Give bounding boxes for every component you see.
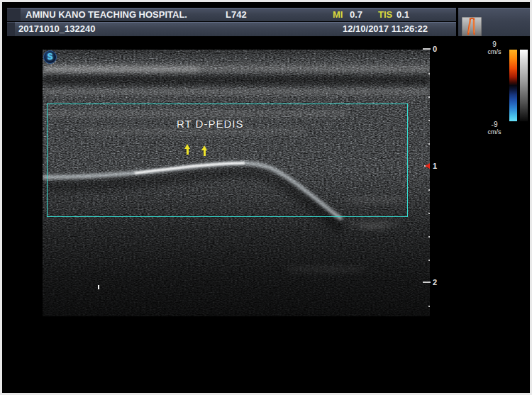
annotation-arrow-2 [201, 145, 207, 156]
vendor-logo-letter: S [47, 52, 52, 62]
doppler-color-bar [509, 50, 517, 121]
body-marker-thumbnail[interactable] [462, 17, 482, 36]
tis-value: 0.1 [397, 8, 409, 21]
arrow-up-icon [184, 144, 190, 149]
vendor-logo: S [43, 50, 57, 64]
depth-label-0: 0 [433, 45, 437, 53]
ruler-major-tick-2 [423, 282, 431, 283]
velocity-min-unit: cm/s [482, 128, 507, 135]
tis-label: TIS [378, 8, 392, 21]
velocity-max-unit: cm/s [482, 48, 507, 55]
velocity-min-value: -9 [482, 121, 507, 128]
exam-id: 20171010_132240 [18, 22, 95, 36]
legs-body-marker-icon [462, 17, 482, 36]
depth-label-2: 2 [433, 279, 437, 286]
hospital-name: AMINU KANO TEACHING HOSPITAL. [26, 8, 187, 21]
annotation-arrow-1 [184, 144, 190, 155]
grayscale-bar [520, 50, 528, 121]
exam-datetime: 12/10/2017 11:26:22 [328, 22, 428, 36]
focus-marker-icon [425, 163, 430, 169]
caliper-mark [98, 285, 99, 289]
ultrasound-screen: AMINU KANO TEACHING HOSPITAL. L742 MI 0.… [0, 0, 532, 395]
transducer-model: L742 [226, 8, 247, 21]
annotation-label: RT D-PEDIS [177, 118, 243, 130]
header-left-cap-row2 [7, 22, 15, 36]
velocity-scale-max: 9 cm/s [482, 41, 507, 55]
mi-value: 0.7 [350, 8, 362, 21]
header-left-cap-row1 [7, 8, 21, 21]
depth-label-1: 1 [433, 162, 437, 170]
ruler-major-tick-0 [423, 48, 431, 50]
mi-label: MI [333, 8, 343, 21]
velocity-max-value: 9 [482, 41, 507, 48]
velocity-scale-min: -9 cm/s [482, 121, 507, 135]
arrow-up-icon [201, 145, 207, 150]
